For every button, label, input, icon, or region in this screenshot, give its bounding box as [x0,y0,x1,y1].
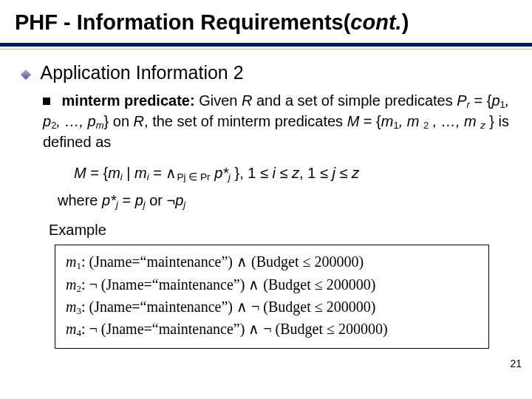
example-label: Example [49,222,510,239]
example-box: m1: (Jname=“maintenance”) ∧ (Budget ≤ 20… [55,245,489,348]
title-rule-thick [0,43,532,47]
example-row-3: m3: (Jname=“maintenance”) ∧ ¬ (Budget ≤ … [66,296,478,318]
title-main: PHF - Information Requirements( [15,10,350,34]
minterm-lead: minterm predicate: [62,92,195,109]
definition-line: M = {mi | mi = ∧Pj ∈ Pr p*j }, 1 ≤ i ≤ z… [74,163,510,184]
slide-body: Application Information 2 minterm predic… [22,62,510,349]
example-row-2: m2: ¬ (Jname=“maintenance”) ∧ (Budget ≤ … [66,274,478,296]
example-row-1: m1: (Jname=“maintenance”) ∧ (Budget ≤ 20… [66,251,478,273]
bullet-level1: Application Information 2 [22,62,510,83]
diamond-icon [21,69,31,80]
slide-title: PHF - Information Requirements(cont.) [15,10,409,35]
section-heading: Application Information 2 [40,62,243,83]
title-rule-thin [0,49,532,50]
example-row-4: m4: ¬ (Jname=“maintenance”) ∧ ¬ (Budget … [66,318,478,341]
slide-number: 21 [510,358,522,369]
bullet-level2: minterm predicate: Given R and a set of … [43,91,510,152]
slide: PHF - Information Requirements(cont.) Ap… [0,0,532,399]
title-close: ) [402,10,409,34]
square-icon [43,98,50,105]
title-cont: cont. [350,10,401,34]
where-line: where p*j = pj or ¬pj [58,190,510,211]
